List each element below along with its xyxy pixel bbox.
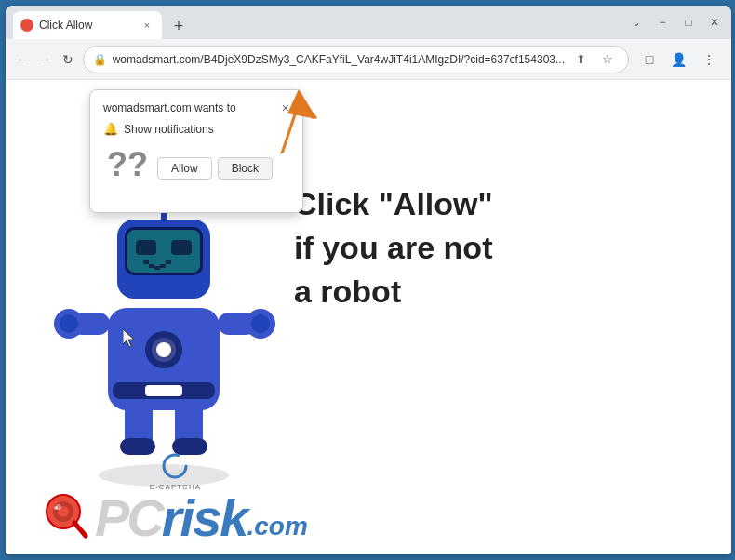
svg-point-40 [54,506,58,510]
back-button[interactable]: ← [15,47,30,73]
addressbar: ← → ↻ 🔒 womadsmart.com/B4DjeX9DzSMy3_CAK… [6,39,731,80]
titlebar: Click Allow × + ⌄ − □ ✕ [6,6,731,39]
svg-line-39 [74,523,86,536]
tab-area: Click Allow × + [13,6,621,39]
url-text: womadsmart.com/B4DjeX9DzSMy3_CAKFaYfiL_V… [113,53,565,66]
tab-favicon [20,19,33,32]
svg-point-9 [156,342,171,357]
svg-marker-2 [287,89,317,119]
browser-window: Click Allow × + ⌄ − □ ✕ ← → ↻ 🔒 womadsma… [0,6,735,554]
svg-rect-6 [145,385,182,396]
svg-rect-20 [149,264,154,268]
menu-button[interactable]: ⋮ [696,47,722,73]
tab-close-button[interactable]: × [140,18,154,33]
show-notifications-label: Show notifications [124,123,214,136]
share-icon[interactable]: ⬆ [570,48,593,71]
pcrisk-com-text: .com [247,513,307,545]
magnifier-icon [43,491,89,545]
window-minimize-button[interactable]: − [653,13,672,32]
bell-icon: 🔔 [103,122,118,136]
new-tab-button[interactable]: + [166,13,192,39]
lock-icon: 🔒 [93,53,107,66]
click-allow-instruction: Click "Allow" if you are not a robot [294,182,573,313]
window-frame: Click Allow × + ⌄ − □ ✕ ← → ↻ 🔒 womadsma… [6,6,731,554]
url-bar[interactable]: 🔒 womadsmart.com/B4DjeX9DzSMy3_CAKFaYfiL… [83,46,629,73]
active-tab[interactable]: Click Allow × [13,11,162,39]
window-controls: ⌄ − □ ✕ [627,13,724,32]
bookmark-icon[interactable]: ☆ [596,48,619,71]
notification-title: womadsmart.com wants to [103,101,236,114]
mouse-cursor [123,329,138,352]
page-content: womadsmart.com wants to × 🔔 Show notific… [6,80,731,554]
pcrisk-risk-text: risk [162,492,247,544]
svg-rect-18 [171,240,192,255]
refresh-button[interactable]: ↻ [60,47,74,73]
allow-button[interactable]: Allow [157,157,212,180]
svg-rect-22 [160,264,166,268]
window-close-button[interactable]: ✕ [705,13,724,32]
svg-point-29 [60,314,78,333]
svg-rect-23 [166,260,171,264]
url-actions: ⬆ ☆ [570,48,619,71]
pcrisk-watermark: E-CAPTCHA PC [43,453,308,545]
svg-marker-33 [123,329,134,347]
ecaptcha-icon [162,453,188,479]
ecaptcha-logo [162,453,188,479]
tab-title: Click Allow [39,19,134,32]
svg-rect-21 [154,266,160,270]
window-maximize-button[interactable]: □ [679,13,698,32]
window-expand-icon[interactable]: ⌄ [627,13,646,32]
profile-button[interactable]: 👤 [666,47,692,73]
question-marks: ?? [103,145,148,184]
svg-point-32 [251,314,270,333]
orange-arrow-annotation [252,80,336,167]
pcrisk-logo: PC risk .com [43,491,308,545]
svg-rect-19 [143,260,149,264]
toolbar-actions: □ 👤 ⋮ [636,47,722,73]
pcrisk-pc-text: PC [95,492,162,544]
svg-point-34 [164,455,186,477]
extensions-button[interactable]: □ [636,47,662,73]
forward-button[interactable]: → [37,47,52,73]
svg-rect-17 [136,240,156,255]
